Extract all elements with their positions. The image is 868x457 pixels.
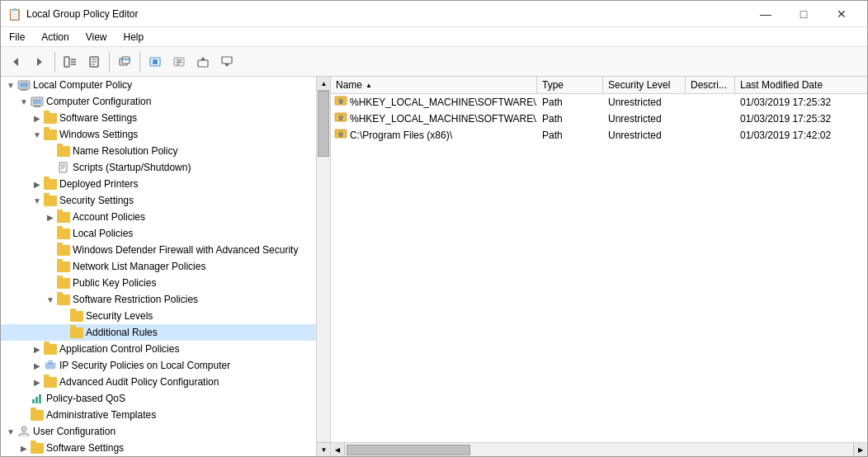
tree-label-deployed-printers: Deployed Printers <box>59 178 138 190</box>
tree-item-administrative-templates[interactable]: Administrative Templates <box>1 407 316 423</box>
tree-label-ip-security-policies: IP Security Policies on Local Computer <box>59 360 230 371</box>
export-button[interactable] <box>191 50 215 73</box>
row2-name: %HKEY_LOCAL_MACHINE\SOFTWARE\... <box>350 113 537 125</box>
tree-scroll-area[interactable]: ▼ Local Computer Policy ▼ Computer Confi… <box>1 77 316 456</box>
col-header-type[interactable]: Type <box>537 77 603 93</box>
icon-scripts <box>57 161 70 174</box>
close-button[interactable]: ✕ <box>823 1 861 27</box>
tree-item-software-restriction-policies[interactable]: ▼ Software Restriction Policies <box>1 291 316 308</box>
expand-ip-security-policies[interactable]: ▶ <box>31 361 44 370</box>
icon-deployed-printers <box>44 177 57 191</box>
svg-rect-21 <box>222 57 232 64</box>
tree-item-computer-configuration[interactable]: ▼ Computer Configuration <box>1 93 316 110</box>
expand-software-restriction-policies[interactable]: ▼ <box>44 295 57 304</box>
properties-button[interactable] <box>83 50 106 73</box>
tree-item-software-settings-comp[interactable]: ▶ Software Settings <box>1 110 316 126</box>
svg-rect-37 <box>39 394 41 403</box>
col-header-name[interactable]: Name ▲ <box>331 77 537 93</box>
icon-user-configuration <box>17 425 31 438</box>
menu-action[interactable]: Action <box>33 27 77 46</box>
expand-advanced-audit-policy[interactable]: ▶ <box>31 378 44 387</box>
maximize-button[interactable]: □ <box>785 1 823 27</box>
menu-help[interactable]: Help <box>116 27 153 46</box>
tree-item-local-computer-policy[interactable]: ▼ Local Computer Policy <box>1 77 316 93</box>
tree-item-deployed-printers[interactable]: ▶ Deployed Printers <box>1 176 316 192</box>
main-area: ▼ Local Computer Policy ▼ Computer Confi… <box>1 77 867 456</box>
tree-item-local-policies[interactable]: Local Policies <box>1 225 316 242</box>
toolbar-sep-1 <box>54 52 55 72</box>
tree-item-additional-rules[interactable]: Additional Rules <box>1 324 316 341</box>
content-row-1[interactable]: %HKEY_LOCAL_MACHINE\SOFTWARE\... Path Un… <box>331 94 867 111</box>
tree-item-advanced-audit-policy[interactable]: ▶ Advanced Audit Policy Configuration <box>1 374 316 390</box>
new-window-button[interactable] <box>113 50 136 73</box>
tree-item-public-key-policies[interactable]: Public Key Policies <box>1 275 316 291</box>
import-button[interactable] <box>215 50 238 73</box>
expand-account-policies[interactable]: ▶ <box>44 213 57 222</box>
row2-icon <box>334 111 347 126</box>
scroll-right-button[interactable]: ▶ <box>853 443 867 457</box>
window-title: Local Group Policy Editor <box>26 8 138 20</box>
col-header-security-level[interactable]: Security Level <box>603 77 686 93</box>
filter-button[interactable] <box>144 50 167 73</box>
tree-label-user-configuration: User Configuration <box>33 426 116 437</box>
menu-view[interactable]: View <box>78 27 116 46</box>
icon-security-levels <box>70 309 83 323</box>
col-header-security-level-label: Security Level <box>608 79 670 91</box>
forward-button[interactable] <box>28 50 51 73</box>
icon-account-policies <box>57 210 70 224</box>
content-row-2[interactable]: %HKEY_LOCAL_MACHINE\SOFTWARE\... Path Un… <box>331 111 867 127</box>
col-header-last-modified[interactable]: Last Modified Date <box>735 77 867 93</box>
minimize-button[interactable]: — <box>747 1 785 27</box>
expand-windows-settings-comp[interactable]: ▼ <box>31 130 44 139</box>
col-header-description-label: Descri... <box>691 79 727 91</box>
expand-user-configuration[interactable]: ▼ <box>4 427 17 436</box>
scroll-left-button[interactable]: ◀ <box>331 443 345 457</box>
tree-item-windows-settings-comp[interactable]: ▼ Windows Settings <box>1 126 316 143</box>
tree-label-public-key-policies: Public Key Policies <box>73 277 156 289</box>
h-scroll-track <box>345 443 853 456</box>
tree-item-scripts[interactable]: Scripts (Startup/Shutdown) <box>1 159 316 176</box>
expand-local-computer-policy[interactable]: ▼ <box>4 81 17 90</box>
tree-item-account-policies[interactable]: ▶ Account Policies <box>1 209 316 225</box>
tree-item-ip-security-policies[interactable]: ▶ IP Security Policies on Local Computer <box>1 357 316 374</box>
icon-windows-defender-firewall <box>57 243 70 257</box>
help-button[interactable] <box>167 50 191 73</box>
icon-network-list-manager <box>57 260 70 273</box>
tree-item-network-list-manager[interactable]: Network List Manager Policies <box>1 258 316 275</box>
expand-computer-configuration[interactable]: ▼ <box>17 97 31 106</box>
tree-scroll-thumb[interactable] <box>318 91 329 157</box>
tree-label-computer-configuration: Computer Configuration <box>46 96 151 107</box>
h-scroll-thumb[interactable] <box>347 445 470 455</box>
tree-label-policy-based-qos: Policy-based QoS <box>46 393 125 404</box>
expand-application-control-policies[interactable]: ▶ <box>31 345 44 354</box>
col-header-description[interactable]: Descri... <box>686 77 735 93</box>
tree-item-windows-defender-firewall[interactable]: Windows Defender Firewall with Advanced … <box>1 242 316 258</box>
tree-item-security-levels[interactable]: Security Levels <box>1 308 316 324</box>
tree-item-software-settings-user[interactable]: ▶ Software Settings <box>1 440 316 456</box>
tree-vertical-scrollbar[interactable]: ▲ ▼ <box>316 77 330 456</box>
tree-item-policy-based-qos[interactable]: Policy-based QoS <box>1 390 316 407</box>
expand-software-settings-comp[interactable]: ▶ <box>31 114 44 123</box>
expand-deployed-printers[interactable]: ▶ <box>31 180 44 189</box>
tree-item-security-settings[interactable]: ▼ Security Settings <box>1 192 316 209</box>
expand-software-settings-user[interactable]: ▶ <box>17 444 31 453</box>
expand-security-settings[interactable]: ▼ <box>31 196 44 205</box>
tree-item-user-configuration[interactable]: ▼ User Configuration <box>1 423 316 440</box>
tree-item-application-control-policies[interactable]: ▶ Application Control Policies <box>1 341 316 357</box>
horizontal-scrollbar[interactable]: ◀ ▶ <box>331 442 867 456</box>
tree-label-account-policies: Account Policies <box>73 211 145 223</box>
tree-scroll-up-button[interactable]: ▲ <box>317 77 331 91</box>
tree-label-windows-settings-comp: Windows Settings <box>59 129 138 140</box>
tree-item-name-resolution[interactable]: Name Resolution Policy <box>1 143 316 159</box>
row1-security-level: Unrestricted <box>603 97 686 108</box>
tree-label-security-settings: Security Settings <box>59 195 134 206</box>
icon-administrative-templates <box>31 408 44 422</box>
content-row-3[interactable]: C:\Program Files (x86)\ Path Unrestricte… <box>331 127 867 144</box>
tree-label-software-settings-user: Software Settings <box>46 442 124 454</box>
row3-name: C:\Program Files (x86)\ <box>350 130 452 141</box>
back-button[interactable] <box>4 50 27 73</box>
tree-scroll-down-button[interactable]: ▼ <box>317 442 331 456</box>
show-hide-tree-button[interactable] <box>59 50 82 73</box>
menu-file[interactable]: File <box>1 27 33 46</box>
icon-application-control-policies <box>44 342 57 356</box>
